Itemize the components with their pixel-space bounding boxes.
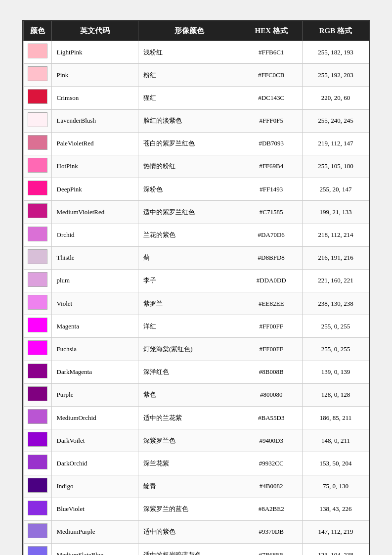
color-name: Orchid (51, 224, 138, 246)
color-swatch (28, 272, 47, 287)
color-hex: #FF69B4 (240, 155, 303, 178)
color-hex: #DC143C (240, 87, 303, 109)
color-swatch-cell (23, 315, 51, 338)
color-rgb: 153, 50, 204 (303, 452, 369, 475)
table-row: LightPink浅粉红#FFB6C1255, 182, 193 (23, 41, 369, 64)
color-rgb: 148, 0, 211 (303, 429, 369, 452)
color-zh-name: 靛青 (138, 475, 240, 498)
table-row: DarkVoilet深紫罗兰色#9400D3148, 0, 211 (23, 429, 369, 452)
color-name: Thistle (51, 246, 138, 269)
color-rgb: 139, 0, 139 (303, 361, 369, 383)
color-name: MediumSlateBlue (51, 544, 138, 555)
color-hex: #FFC0CB (240, 64, 303, 87)
color-name: HotPink (51, 155, 138, 178)
color-rgb: 147, 112, 219 (303, 520, 369, 543)
color-swatch-cell (23, 224, 51, 246)
color-hex: #FFB6C1 (240, 41, 303, 64)
color-swatch (28, 409, 47, 424)
color-swatch-cell (23, 361, 51, 383)
color-swatch-cell (23, 246, 51, 269)
color-swatch-cell (23, 407, 51, 429)
color-swatch (28, 546, 47, 555)
header-hex: HEX 格式 (240, 21, 303, 41)
color-swatch (28, 44, 47, 58)
color-table: 颜色 英文代码 形像颜色 HEX 格式 RGB 格式 LightPink浅粉红#… (23, 21, 369, 555)
table-row: DarkMagenta深洋红色#8B008B139, 0, 139 (23, 361, 369, 383)
color-swatch-cell (23, 87, 51, 109)
color-zh-name: 适中的紫色 (138, 520, 240, 543)
table-row: PaleVioletRed苍白的紫罗兰红色#DB7093219, 112, 14… (23, 132, 369, 155)
table-row: Crimson猩红#DC143C220, 20, 60 (23, 87, 369, 109)
color-rgb: 255, 0, 255 (303, 338, 369, 361)
table-row: Magenta洋红#FF00FF255, 0, 255 (23, 315, 369, 338)
color-name: Indigo (51, 475, 138, 498)
color-name: DeepPink (51, 178, 138, 201)
color-rgb: 221, 160, 221 (303, 269, 369, 292)
color-hex: #9400D3 (240, 429, 303, 452)
color-swatch (28, 340, 47, 355)
color-hex: #800080 (240, 383, 303, 406)
color-swatch (28, 112, 47, 127)
color-swatch (28, 501, 47, 515)
color-rgb: 238, 130, 238 (303, 292, 369, 315)
color-name: DarkMagenta (51, 361, 138, 383)
color-hex: #DB7093 (240, 132, 303, 155)
table-row: HotPink热情的粉红#FF69B4255, 105, 180 (23, 155, 369, 178)
table-row: Thistle蓟#D8BFD8216, 191, 216 (23, 246, 369, 269)
color-swatch (28, 455, 47, 469)
color-zh-name: 苍白的紫罗兰红色 (138, 132, 240, 155)
color-rgb: 218, 112, 214 (303, 224, 369, 246)
color-zh-name: 深兰花紫 (138, 452, 240, 475)
color-hex: #BA55D3 (240, 407, 303, 429)
color-swatch (28, 181, 47, 195)
header-rgb: RGB 格式 (303, 21, 369, 41)
color-swatch-cell (23, 41, 51, 64)
color-hex: #FF00FF (240, 315, 303, 338)
header-color: 颜色 (23, 21, 51, 41)
table-body: LightPink浅粉红#FFB6C1255, 182, 193Pink粉红#F… (23, 41, 369, 555)
color-swatch-cell (23, 383, 51, 406)
color-zh-name: 适中的兰花紫 (138, 407, 240, 429)
color-rgb: 255, 192, 203 (303, 64, 369, 87)
color-zh-name: 粉红 (138, 64, 240, 87)
color-zh-name: 猩红 (138, 87, 240, 109)
color-swatch-cell (23, 544, 51, 555)
color-zh-name: 热情的粉红 (138, 155, 240, 178)
color-name: DarkOrchid (51, 452, 138, 475)
table-row: MediumOrchid适中的兰花紫#BA55D3186, 85, 211 (23, 407, 369, 429)
color-hex: #DDA0DD (240, 269, 303, 292)
color-rgb: 255, 240, 245 (303, 109, 369, 132)
color-rgb: 75, 0, 130 (303, 475, 369, 498)
color-name: Purple (51, 383, 138, 406)
color-zh-name: 深洋红色 (138, 361, 240, 383)
color-name: LightPink (51, 41, 138, 64)
color-swatch (28, 158, 47, 173)
color-swatch-cell (23, 338, 51, 361)
color-zh-name: 脸红的淡紫色 (138, 109, 240, 132)
color-swatch (28, 295, 47, 310)
color-zh-name: 洋红 (138, 315, 240, 338)
color-rgb: 216, 191, 216 (303, 246, 369, 269)
color-swatch-cell (23, 269, 51, 292)
color-swatch-cell (23, 201, 51, 224)
color-name: Fuchsia (51, 338, 138, 361)
color-hex: #D8BFD8 (240, 246, 303, 269)
color-hex: #C71585 (240, 201, 303, 224)
table-row: Pink粉红#FFC0CB255, 192, 203 (23, 64, 369, 87)
color-rgb: 199, 21, 133 (303, 201, 369, 224)
color-swatch (28, 318, 47, 332)
color-name: DarkVoilet (51, 429, 138, 452)
color-swatch (28, 249, 47, 264)
color-name: MediumOrchid (51, 407, 138, 429)
table-row: MediumPurple适中的紫色#9370DB147, 112, 219 (23, 520, 369, 543)
color-swatch (28, 523, 47, 538)
table-row: plum李子#DDA0DD221, 160, 221 (23, 269, 369, 292)
color-rgb: 128, 0, 128 (303, 383, 369, 406)
table-row: DeepPink深粉色#FF1493255, 20, 147 (23, 178, 369, 201)
color-hex: #7B68EE (240, 544, 303, 555)
color-swatch-cell (23, 452, 51, 475)
color-rgb: 138, 43, 226 (303, 498, 369, 520)
color-swatch-cell (23, 429, 51, 452)
color-hex: #8B008B (240, 361, 303, 383)
table-row: Orchid兰花的紫色#DA70D6218, 112, 214 (23, 224, 369, 246)
